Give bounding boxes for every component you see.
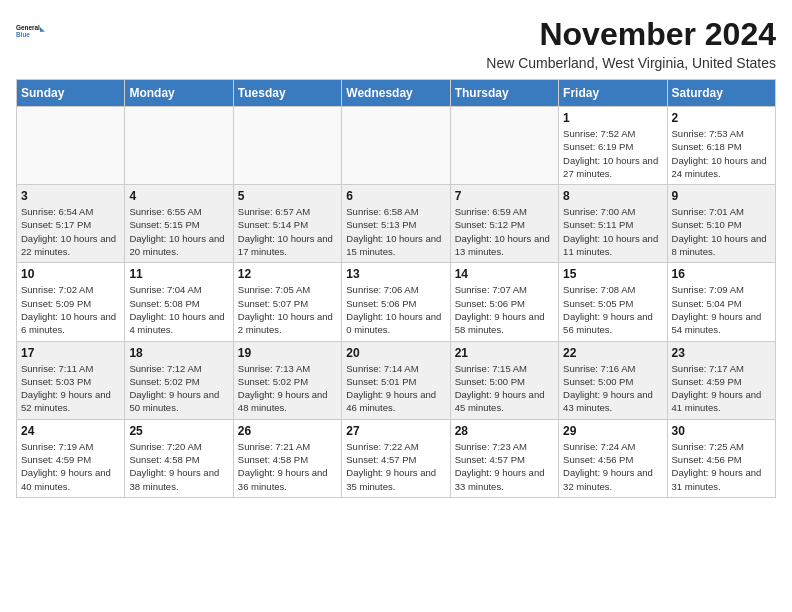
day-info: Sunrise: 7:04 AM Sunset: 5:08 PM Dayligh… (129, 283, 228, 336)
day-number: 14 (455, 267, 554, 281)
calendar-day-cell: 25Sunrise: 7:20 AM Sunset: 4:58 PM Dayli… (125, 419, 233, 497)
svg-text:General: General (16, 24, 40, 31)
day-number: 26 (238, 424, 337, 438)
day-info: Sunrise: 7:15 AM Sunset: 5:00 PM Dayligh… (455, 362, 554, 415)
calendar-day-cell (17, 107, 125, 185)
title-area: November 2024 New Cumberland, West Virgi… (486, 16, 776, 71)
day-number: 9 (672, 189, 771, 203)
calendar-day-cell: 7Sunrise: 6:59 AM Sunset: 5:12 PM Daylig… (450, 185, 558, 263)
day-number: 24 (21, 424, 120, 438)
day-info: Sunrise: 7:25 AM Sunset: 4:56 PM Dayligh… (672, 440, 771, 493)
calendar-table: SundayMondayTuesdayWednesdayThursdayFrid… (16, 79, 776, 498)
day-number: 5 (238, 189, 337, 203)
calendar-day-cell: 12Sunrise: 7:05 AM Sunset: 5:07 PM Dayli… (233, 263, 341, 341)
calendar-week-row: 1Sunrise: 7:52 AM Sunset: 6:19 PM Daylig… (17, 107, 776, 185)
svg-text:Blue: Blue (16, 31, 30, 38)
day-of-week-header: Wednesday (342, 80, 450, 107)
day-of-week-header: Tuesday (233, 80, 341, 107)
calendar-day-cell: 6Sunrise: 6:58 AM Sunset: 5:13 PM Daylig… (342, 185, 450, 263)
day-info: Sunrise: 7:21 AM Sunset: 4:58 PM Dayligh… (238, 440, 337, 493)
calendar-day-cell: 5Sunrise: 6:57 AM Sunset: 5:14 PM Daylig… (233, 185, 341, 263)
calendar-week-row: 17Sunrise: 7:11 AM Sunset: 5:03 PM Dayli… (17, 341, 776, 419)
day-of-week-header: Sunday (17, 80, 125, 107)
day-info: Sunrise: 7:08 AM Sunset: 5:05 PM Dayligh… (563, 283, 662, 336)
calendar-day-cell: 11Sunrise: 7:04 AM Sunset: 5:08 PM Dayli… (125, 263, 233, 341)
day-info: Sunrise: 7:22 AM Sunset: 4:57 PM Dayligh… (346, 440, 445, 493)
calendar-day-cell: 18Sunrise: 7:12 AM Sunset: 5:02 PM Dayli… (125, 341, 233, 419)
day-info: Sunrise: 7:06 AM Sunset: 5:06 PM Dayligh… (346, 283, 445, 336)
calendar-day-cell (450, 107, 558, 185)
day-info: Sunrise: 7:00 AM Sunset: 5:11 PM Dayligh… (563, 205, 662, 258)
day-of-week-header: Saturday (667, 80, 775, 107)
day-number: 8 (563, 189, 662, 203)
svg-marker-2 (40, 27, 45, 32)
calendar-day-cell: 3Sunrise: 6:54 AM Sunset: 5:17 PM Daylig… (17, 185, 125, 263)
day-info: Sunrise: 7:02 AM Sunset: 5:09 PM Dayligh… (21, 283, 120, 336)
day-number: 17 (21, 346, 120, 360)
calendar-day-cell: 22Sunrise: 7:16 AM Sunset: 5:00 PM Dayli… (559, 341, 667, 419)
day-info: Sunrise: 7:09 AM Sunset: 5:04 PM Dayligh… (672, 283, 771, 336)
day-of-week-header: Thursday (450, 80, 558, 107)
day-info: Sunrise: 7:53 AM Sunset: 6:18 PM Dayligh… (672, 127, 771, 180)
calendar-day-cell: 29Sunrise: 7:24 AM Sunset: 4:56 PM Dayli… (559, 419, 667, 497)
day-info: Sunrise: 7:19 AM Sunset: 4:59 PM Dayligh… (21, 440, 120, 493)
location-title: New Cumberland, West Virginia, United St… (486, 55, 776, 71)
logo: GeneralBlue (16, 16, 48, 48)
day-info: Sunrise: 6:54 AM Sunset: 5:17 PM Dayligh… (21, 205, 120, 258)
calendar-day-cell: 9Sunrise: 7:01 AM Sunset: 5:10 PM Daylig… (667, 185, 775, 263)
calendar-day-cell: 30Sunrise: 7:25 AM Sunset: 4:56 PM Dayli… (667, 419, 775, 497)
day-info: Sunrise: 6:59 AM Sunset: 5:12 PM Dayligh… (455, 205, 554, 258)
day-number: 11 (129, 267, 228, 281)
calendar-day-cell: 8Sunrise: 7:00 AM Sunset: 5:11 PM Daylig… (559, 185, 667, 263)
calendar-day-cell: 24Sunrise: 7:19 AM Sunset: 4:59 PM Dayli… (17, 419, 125, 497)
day-number: 27 (346, 424, 445, 438)
day-info: Sunrise: 6:55 AM Sunset: 5:15 PM Dayligh… (129, 205, 228, 258)
day-info: Sunrise: 6:57 AM Sunset: 5:14 PM Dayligh… (238, 205, 337, 258)
page-header: GeneralBlue November 2024 New Cumberland… (16, 16, 776, 71)
day-info: Sunrise: 7:24 AM Sunset: 4:56 PM Dayligh… (563, 440, 662, 493)
calendar-day-cell: 15Sunrise: 7:08 AM Sunset: 5:05 PM Dayli… (559, 263, 667, 341)
calendar-day-cell (342, 107, 450, 185)
day-of-week-header: Monday (125, 80, 233, 107)
day-info: Sunrise: 7:14 AM Sunset: 5:01 PM Dayligh… (346, 362, 445, 415)
calendar-day-cell: 21Sunrise: 7:15 AM Sunset: 5:00 PM Dayli… (450, 341, 558, 419)
calendar-day-cell: 4Sunrise: 6:55 AM Sunset: 5:15 PM Daylig… (125, 185, 233, 263)
day-number: 10 (21, 267, 120, 281)
day-number: 25 (129, 424, 228, 438)
month-title: November 2024 (486, 16, 776, 53)
day-number: 16 (672, 267, 771, 281)
calendar-header-row: SundayMondayTuesdayWednesdayThursdayFrid… (17, 80, 776, 107)
calendar-day-cell: 23Sunrise: 7:17 AM Sunset: 4:59 PM Dayli… (667, 341, 775, 419)
day-number: 22 (563, 346, 662, 360)
day-number: 2 (672, 111, 771, 125)
calendar-day-cell: 16Sunrise: 7:09 AM Sunset: 5:04 PM Dayli… (667, 263, 775, 341)
day-of-week-header: Friday (559, 80, 667, 107)
day-info: Sunrise: 7:23 AM Sunset: 4:57 PM Dayligh… (455, 440, 554, 493)
calendar-day-cell: 17Sunrise: 7:11 AM Sunset: 5:03 PM Dayli… (17, 341, 125, 419)
calendar-day-cell: 14Sunrise: 7:07 AM Sunset: 5:06 PM Dayli… (450, 263, 558, 341)
calendar-day-cell: 1Sunrise: 7:52 AM Sunset: 6:19 PM Daylig… (559, 107, 667, 185)
day-number: 21 (455, 346, 554, 360)
day-number: 20 (346, 346, 445, 360)
day-info: Sunrise: 7:52 AM Sunset: 6:19 PM Dayligh… (563, 127, 662, 180)
day-number: 13 (346, 267, 445, 281)
calendar-week-row: 3Sunrise: 6:54 AM Sunset: 5:17 PM Daylig… (17, 185, 776, 263)
day-number: 1 (563, 111, 662, 125)
day-number: 28 (455, 424, 554, 438)
day-number: 30 (672, 424, 771, 438)
day-number: 23 (672, 346, 771, 360)
calendar-day-cell: 2Sunrise: 7:53 AM Sunset: 6:18 PM Daylig… (667, 107, 775, 185)
day-info: Sunrise: 7:16 AM Sunset: 5:00 PM Dayligh… (563, 362, 662, 415)
calendar-day-cell: 20Sunrise: 7:14 AM Sunset: 5:01 PM Dayli… (342, 341, 450, 419)
day-info: Sunrise: 7:13 AM Sunset: 5:02 PM Dayligh… (238, 362, 337, 415)
day-number: 12 (238, 267, 337, 281)
day-info: Sunrise: 7:07 AM Sunset: 5:06 PM Dayligh… (455, 283, 554, 336)
calendar-day-cell: 28Sunrise: 7:23 AM Sunset: 4:57 PM Dayli… (450, 419, 558, 497)
calendar-week-row: 24Sunrise: 7:19 AM Sunset: 4:59 PM Dayli… (17, 419, 776, 497)
day-number: 29 (563, 424, 662, 438)
day-number: 15 (563, 267, 662, 281)
calendar-day-cell: 26Sunrise: 7:21 AM Sunset: 4:58 PM Dayli… (233, 419, 341, 497)
day-info: Sunrise: 7:20 AM Sunset: 4:58 PM Dayligh… (129, 440, 228, 493)
day-number: 4 (129, 189, 228, 203)
calendar-day-cell: 19Sunrise: 7:13 AM Sunset: 5:02 PM Dayli… (233, 341, 341, 419)
